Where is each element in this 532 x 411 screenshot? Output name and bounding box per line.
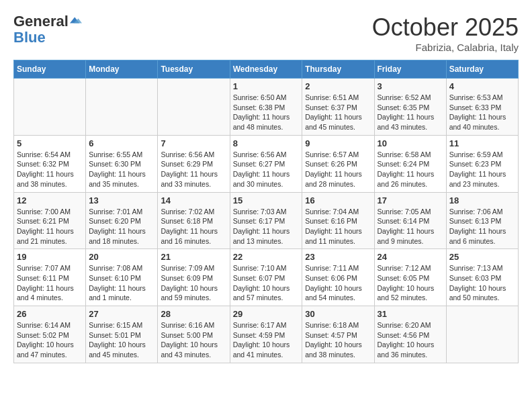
calendar-week-3: 12Sunrise: 7:00 AM Sunset: 6:21 PM Dayli… (14, 192, 519, 249)
day-number: 5 (17, 138, 83, 148)
calendar-cell: 27Sunrise: 6:15 AM Sunset: 5:01 PM Dayli… (86, 306, 158, 363)
calendar-cell: 3Sunrise: 6:52 AM Sunset: 6:35 PM Daylig… (374, 79, 446, 136)
day-number: 10 (378, 138, 443, 148)
day-number: 14 (161, 195, 226, 205)
calendar-body: 1Sunrise: 6:50 AM Sunset: 6:38 PM Daylig… (14, 79, 519, 363)
location-subtitle: Fabrizia, Calabria, Italy (372, 42, 519, 53)
day-info: Sunrise: 6:57 AM Sunset: 6:26 PM Dayligh… (305, 150, 371, 189)
day-number: 2 (305, 81, 371, 91)
day-header-monday: Monday (86, 60, 158, 79)
day-number: 30 (305, 309, 371, 319)
calendar-cell: 12Sunrise: 7:00 AM Sunset: 6:21 PM Dayli… (14, 192, 86, 249)
day-number: 23 (305, 252, 371, 262)
calendar-week-2: 5Sunrise: 6:54 AM Sunset: 6:32 PM Daylig… (14, 135, 519, 192)
calendar-cell: 25Sunrise: 7:13 AM Sunset: 6:03 PM Dayli… (446, 249, 518, 306)
calendar-cell: 22Sunrise: 7:10 AM Sunset: 6:07 PM Dayli… (230, 249, 302, 306)
day-info: Sunrise: 6:17 AM Sunset: 4:59 PM Dayligh… (233, 320, 300, 360)
day-number: 25 (449, 252, 515, 262)
day-number: 19 (17, 252, 83, 262)
day-number: 29 (233, 309, 300, 319)
calendar-cell: 13Sunrise: 7:01 AM Sunset: 6:20 PM Dayli… (86, 192, 158, 249)
calendar-cell: 30Sunrise: 6:18 AM Sunset: 4:57 PM Dayli… (302, 306, 374, 363)
calendar-cell (86, 79, 158, 136)
day-number: 9 (305, 138, 371, 148)
day-number: 7 (161, 138, 226, 148)
day-number: 24 (378, 252, 443, 262)
calendar-cell: 8Sunrise: 6:56 AM Sunset: 6:27 PM Daylig… (230, 135, 302, 192)
calendar-cell: 16Sunrise: 7:04 AM Sunset: 6:16 PM Dayli… (302, 192, 374, 249)
day-info: Sunrise: 7:02 AM Sunset: 6:18 PM Dayligh… (161, 207, 226, 246)
day-header-saturday: Saturday (446, 60, 518, 79)
logo-icon (70, 15, 82, 27)
day-info: Sunrise: 6:15 AM Sunset: 5:01 PM Dayligh… (89, 320, 154, 360)
day-number: 28 (161, 309, 226, 319)
day-info: Sunrise: 7:06 AM Sunset: 6:13 PM Dayligh… (449, 207, 515, 246)
calendar-week-5: 26Sunrise: 6:14 AM Sunset: 5:02 PM Dayli… (14, 306, 519, 363)
calendar-week-1: 1Sunrise: 6:50 AM Sunset: 6:38 PM Daylig… (14, 79, 519, 136)
day-header-wednesday: Wednesday (230, 60, 302, 79)
calendar-cell (158, 79, 230, 136)
day-info: Sunrise: 6:50 AM Sunset: 6:38 PM Dayligh… (233, 93, 300, 132)
calendar-cell: 10Sunrise: 6:58 AM Sunset: 6:24 PM Dayli… (374, 135, 446, 192)
day-number: 8 (233, 138, 300, 148)
day-number: 26 (17, 309, 83, 319)
calendar-cell: 14Sunrise: 7:02 AM Sunset: 6:18 PM Dayli… (158, 192, 230, 249)
day-info: Sunrise: 6:14 AM Sunset: 5:02 PM Dayligh… (17, 320, 83, 360)
calendar-cell: 31Sunrise: 6:20 AM Sunset: 4:56 PM Dayli… (374, 306, 446, 363)
title-block: October 2025 Fabrizia, Calabria, Italy (372, 13, 519, 53)
calendar-cell: 18Sunrise: 7:06 AM Sunset: 6:13 PM Dayli… (446, 192, 518, 249)
calendar-cell: 24Sunrise: 7:12 AM Sunset: 6:05 PM Dayli… (374, 249, 446, 306)
calendar-cell: 7Sunrise: 6:56 AM Sunset: 6:29 PM Daylig… (158, 135, 230, 192)
day-info: Sunrise: 6:58 AM Sunset: 6:24 PM Dayligh… (378, 150, 443, 189)
day-header-sunday: Sunday (14, 60, 86, 79)
calendar-week-4: 19Sunrise: 7:07 AM Sunset: 6:11 PM Dayli… (14, 249, 519, 306)
day-number: 15 (233, 195, 300, 205)
day-info: Sunrise: 6:16 AM Sunset: 5:00 PM Dayligh… (161, 320, 226, 360)
day-info: Sunrise: 7:07 AM Sunset: 6:11 PM Dayligh… (17, 263, 83, 303)
day-info: Sunrise: 6:59 AM Sunset: 6:23 PM Dayligh… (449, 150, 515, 189)
day-info: Sunrise: 6:54 AM Sunset: 6:32 PM Dayligh… (17, 150, 83, 189)
calendar-header-row: SundayMondayTuesdayWednesdayThursdayFrid… (14, 60, 519, 79)
calendar-cell: 9Sunrise: 6:57 AM Sunset: 6:26 PM Daylig… (302, 135, 374, 192)
day-info: Sunrise: 7:04 AM Sunset: 6:16 PM Dayligh… (305, 207, 371, 246)
day-info: Sunrise: 7:01 AM Sunset: 6:20 PM Dayligh… (89, 207, 154, 246)
day-number: 3 (378, 81, 443, 91)
calendar-cell: 26Sunrise: 6:14 AM Sunset: 5:02 PM Dayli… (14, 306, 86, 363)
calendar-cell: 29Sunrise: 6:17 AM Sunset: 4:59 PM Dayli… (230, 306, 302, 363)
day-number: 1 (233, 81, 300, 91)
day-number: 17 (378, 195, 443, 205)
day-number: 12 (17, 195, 83, 205)
day-info: Sunrise: 7:05 AM Sunset: 6:14 PM Dayligh… (378, 207, 443, 246)
month-title: October 2025 (372, 13, 519, 42)
logo: General Blue (13, 13, 82, 46)
day-info: Sunrise: 7:11 AM Sunset: 6:06 PM Dayligh… (305, 263, 371, 303)
calendar-cell: 17Sunrise: 7:05 AM Sunset: 6:14 PM Dayli… (374, 192, 446, 249)
day-info: Sunrise: 7:10 AM Sunset: 6:07 PM Dayligh… (233, 263, 300, 303)
calendar-cell: 23Sunrise: 7:11 AM Sunset: 6:06 PM Dayli… (302, 249, 374, 306)
day-info: Sunrise: 7:13 AM Sunset: 6:03 PM Dayligh… (449, 263, 515, 303)
day-info: Sunrise: 7:00 AM Sunset: 6:21 PM Dayligh… (17, 207, 83, 246)
day-header-friday: Friday (374, 60, 446, 79)
day-info: Sunrise: 7:09 AM Sunset: 6:09 PM Dayligh… (161, 263, 226, 303)
day-number: 6 (89, 138, 154, 148)
day-number: 18 (449, 195, 515, 205)
day-info: Sunrise: 6:52 AM Sunset: 6:35 PM Dayligh… (378, 93, 443, 132)
day-info: Sunrise: 6:55 AM Sunset: 6:30 PM Dayligh… (89, 150, 154, 189)
day-number: 11 (449, 138, 515, 148)
logo-blue-text: Blue (13, 30, 82, 46)
calendar-cell: 1Sunrise: 6:50 AM Sunset: 6:38 PM Daylig… (230, 79, 302, 136)
day-info: Sunrise: 6:53 AM Sunset: 6:33 PM Dayligh… (449, 93, 515, 132)
calendar-cell: 6Sunrise: 6:55 AM Sunset: 6:30 PM Daylig… (86, 135, 158, 192)
day-number: 20 (89, 252, 154, 262)
calendar-cell: 4Sunrise: 6:53 AM Sunset: 6:33 PM Daylig… (446, 79, 518, 136)
day-number: 13 (89, 195, 154, 205)
day-number: 27 (89, 309, 154, 319)
calendar-cell: 11Sunrise: 6:59 AM Sunset: 6:23 PM Dayli… (446, 135, 518, 192)
day-info: Sunrise: 6:18 AM Sunset: 4:57 PM Dayligh… (305, 320, 371, 360)
calendar-cell: 20Sunrise: 7:08 AM Sunset: 6:10 PM Dayli… (86, 249, 158, 306)
day-number: 4 (449, 81, 515, 91)
day-info: Sunrise: 6:56 AM Sunset: 6:29 PM Dayligh… (161, 150, 226, 189)
page-header: General Blue October 2025 Fabrizia, Cala… (13, 13, 519, 53)
day-info: Sunrise: 7:12 AM Sunset: 6:05 PM Dayligh… (378, 263, 443, 303)
calendar-cell: 5Sunrise: 6:54 AM Sunset: 6:32 PM Daylig… (14, 135, 86, 192)
